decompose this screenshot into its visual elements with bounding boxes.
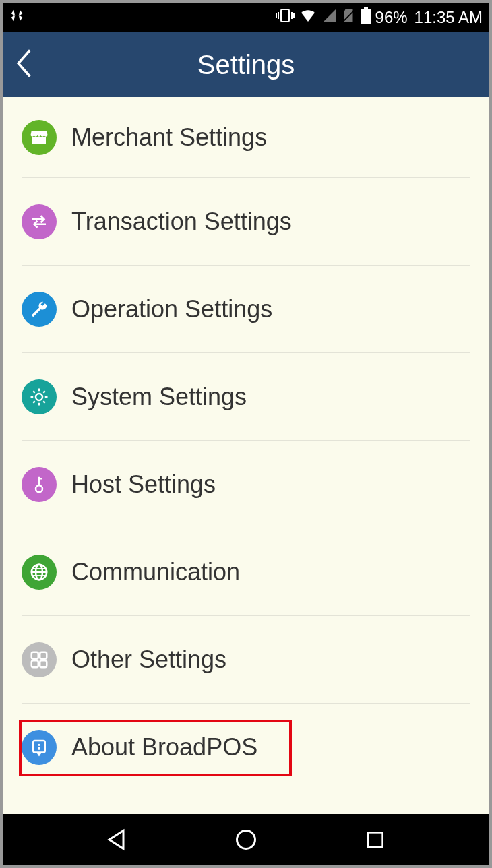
svg-rect-17 [40, 652, 47, 658]
clock: 11:35 AM [414, 8, 483, 27]
settings-item-about-broadpos[interactable]: About BroadPOS [22, 704, 470, 791]
back-button[interactable] [15, 49, 35, 81]
wrench-icon [22, 292, 57, 327]
svg-rect-6 [364, 7, 368, 9]
svg-point-23 [237, 831, 255, 849]
settings-item-label: Transaction Settings [71, 208, 292, 236]
system-recent-button[interactable] [361, 825, 390, 855]
status-bar: 96% 11:35 AM [3, 3, 489, 32]
svg-rect-24 [368, 832, 382, 846]
svg-rect-16 [32, 652, 38, 658]
settings-item-other-settings[interactable]: Other Settings [22, 616, 470, 704]
svg-rect-7 [361, 9, 371, 24]
settings-list: Merchant SettingsTransaction SettingsOpe… [3, 97, 489, 814]
globe-icon [22, 555, 57, 590]
system-back-button[interactable] [102, 825, 132, 855]
system-nav-bar [3, 814, 489, 865]
svg-rect-20 [33, 741, 45, 753]
app-navbar: Settings [3, 32, 489, 97]
settings-item-label: System Settings [71, 383, 247, 411]
settings-item-label: Other Settings [71, 646, 226, 674]
info-icon [22, 730, 57, 765]
svg-point-8 [36, 485, 42, 492]
svg-rect-19 [40, 660, 47, 667]
settings-item-system-settings[interactable]: System Settings [22, 353, 470, 441]
settings-item-label: Merchant Settings [71, 123, 267, 152]
system-home-button[interactable] [231, 825, 261, 855]
settings-item-transaction-settings[interactable]: Transaction Settings [22, 178, 470, 266]
key-icon [22, 467, 57, 502]
no-sim-icon [342, 7, 357, 28]
settings-item-label: Host Settings [71, 470, 216, 499]
device-frame: 96% 11:35 AM Settings Merchant SettingsT… [0, 0, 492, 868]
battery-icon [361, 7, 371, 28]
signal-icon [321, 7, 338, 28]
settings-item-label: Operation Settings [71, 295, 272, 323]
svg-rect-18 [32, 660, 38, 667]
page-title: Settings [3, 50, 489, 80]
settings-item-label: About BroadPOS [71, 733, 257, 762]
gear-icon [22, 379, 57, 414]
svg-point-21 [38, 744, 40, 746]
battery-percent: 96% [375, 8, 408, 27]
wifi-icon [299, 7, 317, 28]
app-indicator-icon [9, 8, 24, 27]
settings-item-communication[interactable]: Communication [22, 528, 470, 616]
settings-item-host-settings[interactable]: Host Settings [22, 441, 470, 528]
swap-icon [22, 204, 57, 239]
vibrate-icon [276, 7, 295, 28]
store-icon [22, 120, 57, 155]
settings-item-operation-settings[interactable]: Operation Settings [22, 266, 470, 353]
settings-item-merchant-settings[interactable]: Merchant Settings [22, 97, 470, 178]
settings-item-label: Communication [71, 558, 240, 586]
grid-icon [22, 642, 57, 677]
svg-rect-0 [281, 9, 289, 22]
